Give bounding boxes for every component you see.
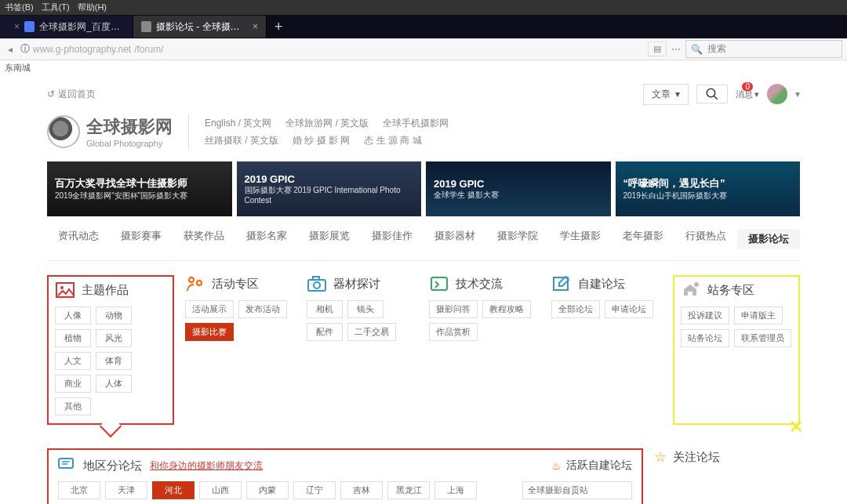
menu-bookmarks[interactable]: 书签(B) <box>5 2 34 13</box>
tag-list: 全部论坛申请论坛 <box>551 300 663 318</box>
svg-point-8 <box>314 282 320 288</box>
tag[interactable]: 镜头 <box>347 300 384 318</box>
header-link[interactable]: 全球手机摄影网 <box>383 114 449 132</box>
province-tag[interactable]: 吉林 <box>340 481 383 499</box>
url-field[interactable]: ⓘ www.g-photography.net/forum/ <box>20 42 164 56</box>
browser-tab-0[interactable]: × 全球摄影网_百度搜索 <box>0 16 133 38</box>
banner-sub: 全球学生 摄影大赛 <box>434 190 603 201</box>
nav-back-icon[interactable]: ◂ <box>5 44 16 55</box>
chevron-down-icon[interactable]: ▾ <box>795 89 800 100</box>
tag[interactable]: 配件 <box>307 323 343 341</box>
header-link[interactable]: English / 英文网 <box>205 114 271 132</box>
tag-list: 投诉建议申请版主站务论坛联系管理员 <box>681 306 792 347</box>
nav-item[interactable]: 摄影学院 <box>486 229 549 249</box>
star-icon: ☆ <box>654 448 667 466</box>
province-tag[interactable]: 天津 <box>105 481 147 499</box>
tag[interactable]: 植物 <box>55 329 91 347</box>
svg-rect-9 <box>431 277 447 290</box>
category-title: 自建论坛 <box>578 277 625 292</box>
nav-item[interactable]: 摄影展览 <box>298 229 361 249</box>
tag[interactable]: 发布活动 <box>238 300 287 318</box>
new-tab-button[interactable]: + <box>267 19 291 35</box>
header-link[interactable]: 丝路摄联 / 英文版 <box>205 132 278 149</box>
svg-line-1 <box>714 96 718 100</box>
tag[interactable]: 二手交易 <box>347 323 396 341</box>
chevron-down-icon: ▾ <box>754 89 759 100</box>
tag[interactable]: 动物 <box>96 306 132 325</box>
nav-item[interactable]: 摄影赛事 <box>110 229 173 249</box>
nav-item[interactable]: 获奖作品 <box>173 229 235 249</box>
site-logo[interactable]: 全球摄影网 Global Photography <box>47 115 173 148</box>
tag[interactable]: 站务论坛 <box>681 329 729 347</box>
nav-item[interactable]: 摄影论坛 <box>737 229 800 249</box>
region-subtitle[interactable]: 和你身边的摄影师朋友交流 <box>150 459 263 473</box>
tag[interactable]: 人像 <box>55 306 91 325</box>
tag[interactable]: 投诉建议 <box>681 306 729 325</box>
back-home-link[interactable]: ↺ 返回首页 <box>47 88 96 101</box>
messages-link[interactable]: 消息 0 ▾ <box>736 89 759 100</box>
tag[interactable]: 申请论坛 <box>605 300 653 318</box>
main-nav: 资讯动态摄影赛事获奖作品摄影名家摄影展览摄影佳作摄影器材摄影学院学生摄影老年摄影… <box>47 221 800 261</box>
nav-item[interactable]: 摄影名家 <box>235 229 298 249</box>
header-link[interactable]: 全球旅游网 / 英文版 <box>285 114 369 132</box>
tag[interactable]: 商业 <box>55 375 91 393</box>
nav-item[interactable]: 资讯动态 <box>47 229 110 249</box>
browser-tab-1[interactable]: 摄影论坛 - 全球摄影网 × <box>133 16 267 38</box>
banner-3[interactable]: 2019 GPIC全球学生 摄影大赛 <box>426 161 611 216</box>
hot-forum-heading: ♨ 活跃自建论坛 <box>551 459 632 473</box>
province-tag[interactable]: 内蒙 <box>246 481 289 499</box>
province-tag[interactable]: 北京 <box>58 481 100 499</box>
province-tag[interactable]: 河北 <box>152 481 194 499</box>
nav-item[interactable]: 摄影器材 <box>424 229 486 249</box>
province-tag[interactable]: 上海 <box>434 481 477 499</box>
banner-2[interactable]: 2019 GPIC国际摄影大赛 2019 GPIC International … <box>237 161 422 216</box>
menu-help[interactable]: 帮助(H) <box>78 2 107 13</box>
nav-item[interactable]: 学生摄影 <box>549 229 612 249</box>
tag-active[interactable]: 摄影比赛 <box>185 323 234 341</box>
nav-item[interactable]: 老年摄影 <box>612 229 674 249</box>
tag[interactable]: 活动展示 <box>185 300 234 318</box>
follow-title: 关注论坛 <box>673 450 720 465</box>
avatar[interactable] <box>767 84 787 104</box>
hot-forum-item[interactable]: 全球摄影自贡站 <box>522 481 632 499</box>
category-icon <box>681 281 701 299</box>
tag[interactable]: 摄影问答 <box>429 300 478 318</box>
follow-section: ☆ 关注论坛 <box>654 448 800 504</box>
site-header: 全球摄影网 Global Photography English / 英文网 全… <box>47 107 800 161</box>
site-search-button[interactable] <box>696 85 728 103</box>
menu-tools[interactable]: 工具(T) <box>42 2 70 13</box>
favicon-icon <box>24 21 35 32</box>
browser-search[interactable]: 🔍 搜索 <box>685 40 842 58</box>
more-icon[interactable]: ⋯ <box>671 44 681 55</box>
reader-icon[interactable]: ▤ <box>648 42 667 56</box>
province-tag[interactable]: 山西 <box>199 481 242 499</box>
tag[interactable]: 风光 <box>96 329 132 347</box>
messages-badge: 0 <box>742 82 753 91</box>
close-icon[interactable]: × <box>253 21 258 32</box>
info-icon[interactable]: ⓘ <box>20 42 30 56</box>
tag[interactable]: 体育 <box>96 352 132 370</box>
close-icon[interactable]: × <box>14 21 20 32</box>
header-link[interactable]: 态 生 源 商 城 <box>364 132 421 149</box>
tag[interactable]: 作品赏析 <box>429 323 478 341</box>
tag[interactable]: 人体 <box>96 375 132 393</box>
tag[interactable]: 申请版主 <box>734 306 783 325</box>
search-scope-dropdown[interactable]: 文章 ▾ <box>643 84 689 105</box>
banner-4[interactable]: “呼嚎瞬间，遇见长白”2019长白山手机国际摄影大赛 <box>616 161 801 216</box>
nav-item[interactable]: 摄影佳作 <box>361 229 424 249</box>
tag[interactable]: 联系管理员 <box>734 329 791 347</box>
tag[interactable]: 全部论坛 <box>551 300 600 318</box>
tag[interactable]: 人文 <box>55 352 91 370</box>
province-tag[interactable]: 辽宁 <box>293 481 336 499</box>
category-block: 主题作品人像动物植物风光人文体育商业人体其他 <box>47 275 174 425</box>
bookmark-bar[interactable]: 东南城 <box>0 60 847 75</box>
category-block: 器材探讨相机镜头配件二手交易 <box>307 275 418 425</box>
tag[interactable]: 教程攻略 <box>482 300 531 318</box>
nav-item[interactable]: 行摄热点 <box>674 229 737 249</box>
tag[interactable]: 相机 <box>307 300 343 318</box>
tag[interactable]: 其他 <box>55 397 91 415</box>
category-icon <box>185 275 205 292</box>
header-link[interactable]: 婚 纱 摄 影 网 <box>293 132 350 149</box>
banner-1[interactable]: 百万大奖寻找全球十佳摄影师2019全球摄影网“安图杯”国际摄影大赛 <box>47 161 232 216</box>
province-tag[interactable]: 黑龙江 <box>387 481 430 499</box>
